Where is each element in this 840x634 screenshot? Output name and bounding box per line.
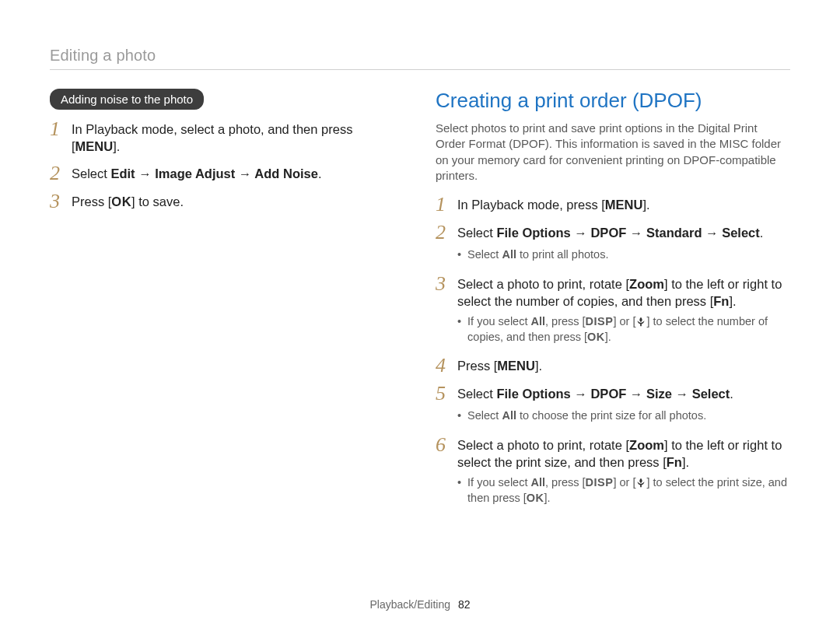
- page: Editing a photo Adding noise to the phot…: [0, 0, 840, 634]
- bold-text: Zoom: [629, 277, 664, 291]
- sub-item: Select All to choose the print size for …: [457, 408, 790, 424]
- step-text: Select: [457, 226, 496, 240]
- step-number: 4: [436, 356, 457, 376]
- step-number: 5: [436, 384, 457, 404]
- bold-text: Zoom: [629, 438, 664, 452]
- step-text: .: [318, 166, 322, 180]
- sub-list: Select All to print all photos.: [457, 247, 790, 266]
- sub-text: ] or [: [613, 476, 635, 489]
- sub-text: ].: [544, 492, 551, 504]
- step: 5 Select File Options → DPOF → Size → Se…: [436, 385, 790, 427]
- sub-item: If you select All, press [DISP] or [] to…: [457, 475, 790, 506]
- sub-item: If you select All, press [DISP] or [] to…: [457, 314, 790, 345]
- sub-text: to print all photos.: [516, 248, 609, 261]
- step-number: 2: [436, 222, 457, 243]
- step-text: Select: [457, 387, 496, 401]
- sub-text: to choose the print size for all photos.: [516, 409, 706, 422]
- menu-path: Edit → Image Adjust → Add Noise: [110, 166, 317, 180]
- step: 2 Select File Options → DPOF → Standard …: [436, 224, 790, 266]
- step-number: 1: [436, 194, 457, 215]
- fn-key: Fn: [713, 294, 729, 308]
- step-number: 1: [50, 119, 72, 139]
- step-text: ].: [535, 359, 542, 373]
- step-text: In Playback mode, press [: [457, 198, 605, 212]
- sub-text: , press [: [545, 315, 586, 328]
- menu-key: MENU: [75, 139, 114, 153]
- sub-list: Select All to choose the print size for …: [457, 408, 790, 427]
- fn-key: Fn: [667, 455, 682, 469]
- header-rule: [50, 69, 790, 70]
- step-number: 3: [50, 191, 72, 212]
- step-text: .: [730, 387, 733, 401]
- step-text: Press [: [457, 359, 497, 373]
- page-header: Editing a photo: [50, 47, 790, 65]
- step: 1 In Playback mode, press [MENU].: [436, 196, 790, 215]
- step-body: Select Edit → Image Adjust → Add Noise.: [72, 165, 404, 182]
- step-body: Select a photo to print, rotate [Zoom] t…: [457, 275, 790, 310]
- section-heading: Creating a print order (DPOF): [436, 89, 790, 113]
- macro-icon: [635, 316, 646, 327]
- columns: Adding noise to the photo 1 In Playback …: [50, 89, 790, 518]
- sub-text: ] or [: [613, 315, 635, 328]
- disp-key: DISP: [586, 476, 614, 489]
- step-text: Select a photo to print, rotate [: [457, 277, 629, 291]
- step-text: ] to save.: [131, 194, 184, 208]
- ok-key: OK: [587, 331, 605, 343]
- step: 1 In Playback mode, select a photo, and …: [50, 121, 404, 156]
- left-column: Adding noise to the photo 1 In Playback …: [50, 89, 404, 518]
- step-text: .: [760, 226, 764, 240]
- step-text: ].: [729, 294, 736, 308]
- bold-text: All: [530, 476, 545, 489]
- step: 2 Select Edit → Image Adjust → Add Noise…: [50, 165, 404, 184]
- left-steps: 1 In Playback mode, select a photo, and …: [50, 121, 404, 212]
- step-number: 3: [436, 274, 457, 294]
- macro-icon: [635, 477, 646, 488]
- step-body: Select File Options → DPOF → Standard → …: [457, 224, 790, 241]
- bold-text: All: [530, 315, 545, 328]
- sub-text: , press [: [545, 476, 586, 489]
- step-text: ].: [642, 198, 649, 212]
- sub-text: If you select: [467, 315, 530, 328]
- ok-key: OK: [111, 194, 131, 208]
- step-text: Select a photo to print, rotate [: [457, 438, 629, 452]
- sub-text: If you select: [467, 476, 530, 489]
- step-body: Select File Options → DPOF → Size → Sele…: [457, 385, 790, 402]
- menu-path: File Options → DPOF → Size → Select: [496, 387, 730, 401]
- ok-key: OK: [527, 492, 544, 504]
- right-steps: 1 In Playback mode, press [MENU]. 2 Sele…: [436, 196, 790, 509]
- step: 6 Select a photo to print, rotate [Zoom]…: [436, 436, 790, 510]
- section-intro: Select photos to print and save print op…: [436, 121, 790, 184]
- step-number: 6: [436, 435, 457, 455]
- sub-item: Select All to print all photos.: [457, 247, 790, 263]
- step: 4 Press [MENU].: [436, 357, 790, 376]
- step-number: 2: [50, 163, 72, 184]
- step: 3 Press [OK] to save.: [50, 193, 404, 212]
- step-text: Select: [72, 166, 110, 180]
- step-body: In Playback mode, press [MENU].: [457, 196, 790, 213]
- disp-key: DISP: [586, 315, 614, 328]
- step-text: ].: [682, 455, 689, 469]
- bold-text: All: [502, 409, 516, 422]
- section-pill: Adding noise to the photo: [50, 89, 204, 110]
- menu-path: File Options → DPOF → Standard → Select: [496, 226, 759, 240]
- step: 3 Select a photo to print, rotate [Zoom]…: [436, 275, 790, 349]
- sub-text: Select: [467, 248, 502, 261]
- step-body: Press [OK] to save.: [72, 193, 404, 210]
- footer-section: Playback/Editing: [370, 598, 451, 611]
- step-body: In Playback mode, select a photo, and th…: [72, 121, 404, 156]
- menu-key: MENU: [605, 198, 643, 212]
- sub-text: ].: [605, 331, 611, 343]
- step-body: Press [MENU].: [457, 357, 790, 374]
- bold-text: All: [502, 248, 516, 261]
- footer-page-number: 82: [458, 598, 471, 611]
- step-body: Select a photo to print, rotate [Zoom] t…: [457, 436, 790, 471]
- sub-list: If you select All, press [DISP] or [] to…: [457, 475, 790, 509]
- step-text: Press [: [72, 194, 111, 208]
- menu-key: MENU: [497, 359, 535, 373]
- sub-text: Select: [467, 409, 502, 422]
- step-text: ].: [113, 139, 120, 153]
- sub-list: If you select All, press [DISP] or [] to…: [457, 314, 790, 348]
- page-footer: Playback/Editing 82: [0, 598, 840, 611]
- right-column: Creating a print order (DPOF) Select pho…: [436, 89, 790, 518]
